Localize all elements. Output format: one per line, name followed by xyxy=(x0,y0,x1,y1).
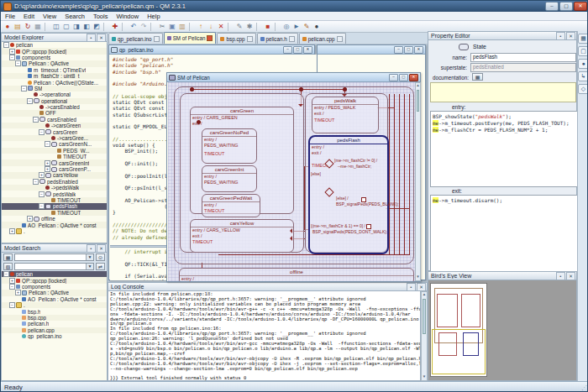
tab-pelican-h[interactable]: pelican.h xyxy=(257,33,298,44)
tree-item[interactable]: TIMEOUT xyxy=(2,154,107,159)
tree-item[interactable]: −carsGreenN... xyxy=(2,141,107,147)
select-tool-icon[interactable]: ▦ xyxy=(578,34,588,44)
tab-close-icon[interactable] xyxy=(247,36,253,42)
expander-icon[interactable]: + xyxy=(9,228,15,234)
tree-item[interactable]: TIMEOUT xyxy=(2,210,107,216)
menu-edit[interactable]: Edit xyxy=(19,13,39,20)
diagram-window-titlebar[interactable]: SM of Pelican – ▢ ✕ xyxy=(167,73,420,82)
tree-item[interactable]: +carsYellow xyxy=(2,172,107,178)
tree-item[interactable]: bsp.h xyxy=(2,308,107,314)
replace-combo[interactable]: ▼ xyxy=(14,263,94,270)
layout-editor-icon[interactable]: ▢ xyxy=(61,22,71,32)
menu-view[interactable]: View xyxy=(39,13,60,20)
close-icon[interactable]: ✕ xyxy=(574,2,587,11)
expander-icon[interactable]: + xyxy=(9,278,15,284)
tab-pelican-cpp[interactable]: pelican.cpp xyxy=(299,33,346,44)
tree-item[interactable]: +QP::qpcpp [locked] xyxy=(2,277,107,283)
tree-item[interactable]: qp_pelican.ino xyxy=(2,333,107,339)
undock-icon[interactable]: ▪ xyxy=(556,32,565,40)
state-carsGreenNoPed[interactable]: carsGreenNoPed entry / PEDS_WAITING TIME… xyxy=(202,128,257,164)
pen-icon[interactable]: ✎ xyxy=(302,22,312,32)
undock-icon[interactable]: ▪ xyxy=(556,272,565,280)
close-icon[interactable]: ✕ xyxy=(97,244,106,253)
title-bar[interactable]: D:\qp\arduino\examples\qp\qp_pelican\pel… xyxy=(1,1,588,12)
birds-eye-body[interactable] xyxy=(428,280,577,381)
tree-item[interactable]: ->operational xyxy=(2,91,107,97)
tree-item[interactable]: Pelican : QActive((QState... xyxy=(2,79,107,85)
initial-state-icon[interactable] xyxy=(197,120,201,124)
tree-item[interactable]: +. xyxy=(2,228,107,234)
menu-search[interactable]: Search xyxy=(60,13,89,20)
expander-icon[interactable]: + xyxy=(45,160,50,166)
model-search-header[interactable]: Model Search ▪ ✕ xyxy=(1,243,108,253)
scrollbar-thumb[interactable] xyxy=(417,90,419,112)
scroll-down-icon[interactable]: ▼ xyxy=(422,374,427,380)
close-icon[interactable]: ✕ xyxy=(97,34,106,42)
expander-icon[interactable]: − xyxy=(33,179,39,185)
close-icon[interactable]: ✕ xyxy=(566,32,575,40)
state-offline[interactable]: offline entry / xyxy=(179,268,414,281)
documentation-field[interactable] xyxy=(430,82,576,102)
expander-icon[interactable]: − xyxy=(9,302,15,308)
state-pedsFlash[interactable]: pedsFlash entry / exit / TIMEOUT xyxy=(308,135,389,254)
editor-window-titlebar[interactable]: qp_pelican.ino – ▢ ✕ xyxy=(109,45,314,55)
layout-birdseye-icon[interactable]: ◩ xyxy=(92,22,102,32)
initial-state-icon[interactable] xyxy=(343,87,347,91)
tools-icon[interactable]: ✱ xyxy=(244,22,255,32)
zoom-icon[interactable]: ◎ xyxy=(281,22,291,32)
replace-button[interactable]: ⇄ xyxy=(96,263,105,270)
undo-icon[interactable]: ↶ xyxy=(129,22,139,32)
menu-file[interactable]: File xyxy=(1,13,19,20)
chevron-down-icon[interactable]: ▼ xyxy=(86,254,93,260)
tab-close-icon[interactable] xyxy=(337,36,343,42)
tree-item[interactable]: pelican.cpp xyxy=(2,327,107,333)
tree-item[interactable]: +carsGreenP... xyxy=(2,166,107,172)
resize-grip[interactable]: ⋰ xyxy=(581,384,587,391)
tree-item[interactable]: OFF xyxy=(2,110,107,116)
tree-item[interactable]: −operational xyxy=(2,98,107,104)
minimize-icon[interactable]: – xyxy=(283,46,292,54)
edit-icon[interactable]: ✎ xyxy=(234,22,244,32)
state-tool-icon[interactable]: ▢ xyxy=(578,46,588,56)
close-icon[interactable]: ✕ xyxy=(414,46,423,54)
model-icon[interactable]: ● xyxy=(3,22,13,32)
expander-icon[interactable]: − xyxy=(15,60,21,66)
expander-icon[interactable]: + xyxy=(45,166,50,172)
tree-item[interactable]: −pedsFlash xyxy=(2,203,107,209)
minimize-icon[interactable]: – xyxy=(394,46,403,54)
expander-icon[interactable]: + xyxy=(15,290,21,295)
state-pedsWalk[interactable]: pedsWalk entry / PEDS_WALK exit / TIMEOU… xyxy=(312,97,379,133)
birdseye-thumbnail[interactable] xyxy=(430,283,487,377)
scroll-up-icon[interactable]: ▲ xyxy=(416,83,420,89)
expander-icon[interactable]: + xyxy=(27,216,33,222)
editor-window-titlebar[interactable]: – ▢ ✕ xyxy=(318,45,425,55)
layout-property-icon[interactable]: ◨ xyxy=(71,22,81,32)
search-combo[interactable]: ▼ xyxy=(14,253,94,261)
add-icon[interactable]: ✚ xyxy=(110,22,120,32)
name-field[interactable]: pedsFlash xyxy=(470,53,576,62)
close-icon[interactable]: ✕ xyxy=(566,272,575,280)
tab-qp-pelican-ino[interactable]: qp_pelican.ino xyxy=(108,33,163,44)
state-carsYellow[interactable]: carsYellow entry / CARS_YELLOW exit / TI… xyxy=(190,219,294,253)
tab-close-icon[interactable] xyxy=(207,35,213,41)
tree-item[interactable]: m_timeout : QTimeEvt xyxy=(2,67,107,73)
tree-item[interactable]: −SM xyxy=(2,86,107,91)
cut-icon[interactable]: ✂ xyxy=(157,22,167,32)
tree-item[interactable]: −pelican xyxy=(2,42,107,48)
tree-item[interactable]: AO_Pelican : QActive * const xyxy=(2,296,107,302)
initial-tool-icon[interactable]: ● xyxy=(578,59,588,69)
tree-item[interactable]: −pedsWalk xyxy=(2,191,107,196)
diagram-window[interactable]: SM of Pelican – ▢ ✕ xyxy=(166,72,421,282)
open-icon[interactable]: ▤ xyxy=(13,22,23,32)
tree-item[interactable]: +Pelican : QActive xyxy=(2,290,107,295)
qp-logo-icon[interactable]: ■ xyxy=(263,22,273,32)
tree-item[interactable]: pelican.h xyxy=(2,321,107,327)
delete-icon[interactable]: ✕ xyxy=(216,22,226,32)
search-button[interactable]: ⊙ xyxy=(96,253,105,261)
tree-item[interactable]: +carsGreenInt xyxy=(2,159,107,165)
scrollbar-thumb[interactable] xyxy=(423,299,426,334)
tree-item[interactable]: ->carsGree... xyxy=(2,135,107,141)
tree-item[interactable]: −components xyxy=(2,55,107,60)
tree-item[interactable]: −carsGreen xyxy=(2,128,107,134)
model-explorer-header[interactable]: Model Explorer ▪ ✕ xyxy=(1,33,108,42)
